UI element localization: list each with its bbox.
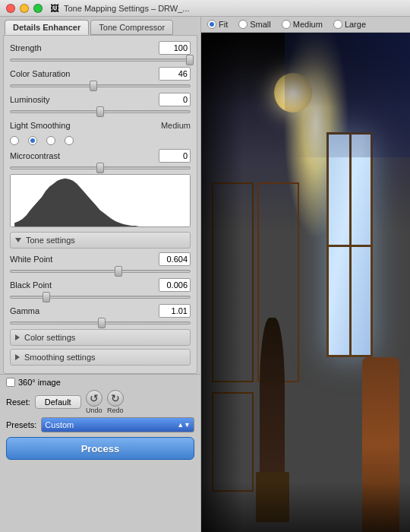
- luminosity-slider-track[interactable]: [10, 110, 191, 113]
- tone-settings-label: Tone settings: [26, 236, 75, 245]
- checkbox-360[interactable]: [6, 378, 15, 387]
- strength-slider-track[interactable]: [10, 59, 191, 62]
- white-point-slider-thumb[interactable]: [115, 266, 122, 277]
- color-saturation-slider-thumb[interactable]: [90, 81, 97, 91]
- radio-0[interactable]: [10, 136, 19, 145]
- light-smoothing-current: Medium: [161, 121, 191, 130]
- window-title: Tone Mapping Settings – DRW_...: [64, 4, 190, 13]
- preview-large-option[interactable]: Large: [333, 20, 366, 29]
- redo-button[interactable]: ↻ Redo: [107, 390, 124, 414]
- window-icon: 🖼: [50, 3, 59, 14]
- color-saturation-slider-row: [10, 84, 191, 87]
- preview-fit-label: Fit: [219, 20, 228, 29]
- preview-image: [201, 33, 410, 532]
- histogram: [10, 174, 191, 227]
- smoothing-settings-header[interactable]: Smoothing settings: [10, 349, 191, 366]
- white-point-slider-row: [10, 270, 191, 273]
- presets-dropdown[interactable]: Custom ▲▼: [41, 417, 194, 432]
- redo-icon: ↻: [107, 390, 124, 407]
- left-panel: Details Enhancer Tone Compressor Strengt…: [0, 17, 201, 532]
- light-smoothing-header-row: Light Smoothing Medium: [10, 118, 191, 133]
- minimize-button[interactable]: [20, 4, 29, 13]
- process-button[interactable]: Process: [6, 437, 194, 460]
- preview-medium-label: Medium: [293, 20, 323, 29]
- smoothing-settings-arrow: [15, 354, 20, 360]
- preview-fit-radio[interactable]: [207, 20, 216, 29]
- white-point-row: White Point 0.604: [10, 252, 191, 267]
- maximize-button[interactable]: [33, 4, 43, 13]
- light-smoothing-option-1[interactable]: [28, 136, 37, 145]
- tab-tone-compressor[interactable]: Tone Compressor: [90, 20, 173, 35]
- preview-medium-radio[interactable]: [282, 20, 291, 29]
- presets-row: Presets: Custom ▲▼: [6, 417, 194, 432]
- undo-icon: ↺: [86, 390, 102, 407]
- black-point-slider-track[interactable]: [10, 296, 191, 299]
- gamma-label: Gamma: [10, 306, 93, 315]
- radio-3[interactable]: [65, 136, 74, 145]
- color-settings-header[interactable]: Color settings: [10, 329, 191, 346]
- strength-value[interactable]: 100: [159, 41, 191, 55]
- checkbox-360-label: 360° image: [18, 378, 61, 387]
- undo-label: Undo: [86, 407, 102, 414]
- tone-settings-header[interactable]: Tone settings: [10, 232, 191, 249]
- strength-row: Strength 100: [10, 40, 191, 55]
- luminosity-value[interactable]: 0: [159, 93, 191, 106]
- preview-medium-option[interactable]: Medium: [282, 20, 323, 29]
- microcontrast-slider-thumb[interactable]: [96, 163, 104, 173]
- tab-details-enhancer[interactable]: Details Enhancer: [5, 20, 89, 35]
- reset-label: Reset:: [6, 397, 30, 407]
- strength-label: Strength: [10, 43, 93, 52]
- light-smoothing-radio-row: [10, 136, 191, 145]
- color-saturation-row: Color Saturation 46: [10, 66, 191, 81]
- color-settings-label: Color settings: [24, 333, 75, 342]
- microcontrast-slider-track[interactable]: [10, 166, 191, 169]
- window: [326, 132, 373, 357]
- title-bar: 🖼 Tone Mapping Settings – DRW_...: [0, 0, 410, 17]
- color-settings-arrow: [15, 334, 20, 340]
- radio-1[interactable]: [28, 136, 37, 145]
- dark-overlay-left: [201, 33, 243, 532]
- preview-small-radio[interactable]: [238, 20, 248, 29]
- microcontrast-value[interactable]: 0: [159, 149, 191, 163]
- white-point-label: White Point: [10, 255, 93, 264]
- gamma-slider-track[interactable]: [10, 321, 191, 325]
- presets-value: Custom: [45, 420, 74, 429]
- preview-large-label: Large: [345, 20, 366, 29]
- strength-slider-thumb[interactable]: [186, 55, 194, 65]
- redo-label: Redo: [107, 407, 124, 414]
- tab-bar: Details Enhancer Tone Compressor: [0, 17, 200, 35]
- white-point-value[interactable]: 0.604: [159, 252, 191, 266]
- luminosity-slider-row: [10, 110, 191, 113]
- close-button[interactable]: [6, 4, 15, 13]
- default-button[interactable]: Default: [35, 395, 81, 409]
- strength-slider-row: [10, 59, 191, 62]
- light-smoothing-option-3[interactable]: [65, 136, 74, 145]
- room-scene: [201, 33, 410, 532]
- main-layout: Details Enhancer Tone Compressor Strengt…: [0, 17, 410, 532]
- light-smoothing-label: Light Smoothing: [10, 121, 93, 130]
- black-point-value[interactable]: 0.006: [159, 278, 191, 292]
- light-smoothing-option-0[interactable]: [10, 136, 19, 145]
- light-smoothing-option-2[interactable]: [46, 136, 55, 145]
- tone-settings-arrow: [15, 238, 21, 242]
- histogram-svg: [11, 175, 190, 226]
- luminosity-slider-thumb[interactable]: [96, 106, 104, 117]
- preview-large-radio[interactable]: [333, 20, 342, 29]
- black-point-slider-thumb[interactable]: [43, 292, 50, 302]
- preview-fit-option[interactable]: Fit: [207, 20, 228, 29]
- color-saturation-value[interactable]: 46: [159, 67, 191, 81]
- gamma-slider-thumb[interactable]: [98, 318, 106, 328]
- luminosity-row: Luminosity 0: [10, 92, 191, 107]
- window-divider-v: [349, 135, 352, 355]
- bottom-area: 360° image Reset: Default ↺ Undo ↻ Redo …: [0, 374, 200, 463]
- gamma-value[interactable]: 1.01: [159, 304, 191, 318]
- preview-small-option[interactable]: Small: [238, 20, 271, 29]
- color-saturation-slider-track[interactable]: [10, 84, 191, 87]
- luminosity-label: Luminosity: [10, 95, 93, 104]
- blue-tint: [285, 33, 410, 157]
- radio-2[interactable]: [46, 136, 55, 145]
- preview-toolbar: Fit Small Medium Large: [201, 17, 410, 33]
- white-point-slider-track[interactable]: [10, 270, 191, 273]
- undo-button[interactable]: ↺ Undo: [86, 390, 102, 414]
- controls-area: Strength 100 Color Saturation 46 Lumin: [3, 35, 197, 374]
